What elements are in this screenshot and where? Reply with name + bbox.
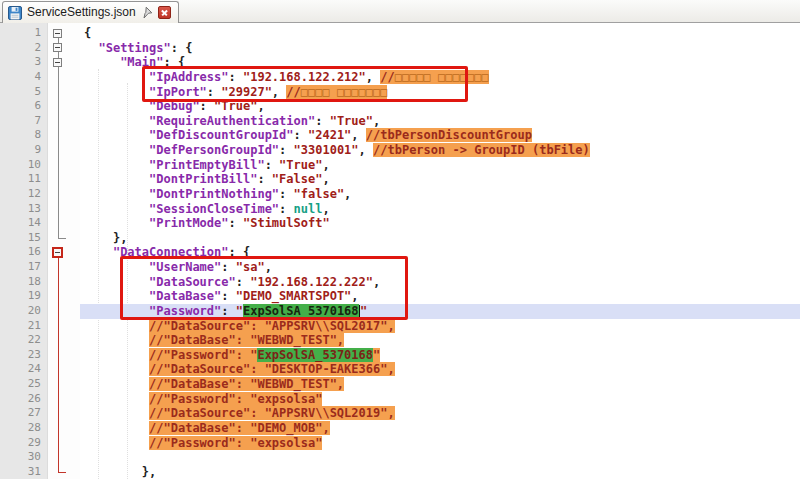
code-line[interactable]: //"DataBase": "WEBWD_TEST", — [80, 377, 800, 392]
code-token: " — [373, 348, 380, 362]
code-token: "false" — [294, 187, 345, 201]
code-token: : — [221, 260, 235, 274]
code-token: //"DataBase": "WEBWD_TEST", — [149, 377, 344, 391]
code-token: "sa" — [236, 260, 265, 274]
fold-end-marker — [58, 472, 66, 473]
fold-margin — [48, 23, 80, 479]
code-token: "DEMO_SMARTSPOT" — [236, 289, 352, 303]
code-token: //"DataBase": "WEBWD_TEST", — [149, 333, 344, 347]
code-token: //"Password": "expsolsa" — [149, 436, 322, 450]
code-line[interactable]: "Debug": "True", — [80, 99, 800, 114]
fold-collapse-icon[interactable] — [53, 29, 62, 38]
line-number: 29 — [1, 436, 41, 451]
code-token: , — [359, 143, 373, 157]
code-line[interactable]: "RequireAuthentication": "True", — [80, 114, 800, 129]
code-line[interactable] — [80, 450, 800, 465]
fold-collapse-icon[interactable] — [53, 43, 62, 52]
code-token: "True" — [279, 158, 322, 172]
code-line[interactable]: { — [80, 26, 800, 41]
code-line[interactable]: "DataBase": "DEMO_SMARTSPOT", — [80, 289, 800, 304]
code-token: , — [373, 114, 380, 128]
code-token: □□□□ □□□□□□□ — [301, 85, 388, 99]
code-line[interactable]: }, — [80, 231, 800, 246]
code-line[interactable]: }, — [80, 465, 800, 479]
code-token: //"DataSource": "APPSRV\\SQL2017", — [149, 319, 395, 333]
code-line[interactable]: //"DataBase": "WEBWD_TEST", — [80, 333, 800, 348]
code-line[interactable]: "DefPersonGroupId": "3301001", //tbPerso… — [80, 143, 800, 158]
code-token: : { — [171, 41, 193, 55]
code-line[interactable]: "Settings": { — [80, 41, 800, 56]
code-line[interactable]: "PrintEmptyBill": "True", — [80, 158, 800, 173]
code-token: , — [257, 99, 264, 113]
fold-collapse-icon[interactable] — [52, 247, 63, 258]
fold-end-marker — [58, 238, 66, 239]
fold-collapse-icon[interactable] — [53, 58, 62, 67]
code-line[interactable]: //"Password": "expsolsa" — [80, 392, 800, 407]
code-line[interactable]: //"Password": "ExpSolSA_5370168" — [80, 348, 800, 363]
code-token: "DontPrintNothing" — [149, 187, 279, 201]
code-token: "RequireAuthentication" — [149, 114, 315, 128]
code-token: //tbPersonDiscountGroup — [366, 128, 532, 142]
code-line[interactable]: "DataConnection": { — [80, 245, 800, 260]
code-token: , — [366, 70, 380, 84]
line-number: 31 — [1, 465, 41, 479]
code-line[interactable]: "DataSource": "192.168.122.222", — [80, 275, 800, 290]
editor-area[interactable]: 1234567891011121314151617181920212223242… — [0, 23, 800, 479]
code-line[interactable]: //"DataSource": "APPSRV\\SQL2017", — [80, 319, 800, 334]
line-number: 9 — [1, 143, 41, 158]
code-line[interactable]: //"Password": "expsolsa" — [80, 436, 800, 451]
line-number: 16 — [1, 245, 41, 260]
code-token: //"DataSource": "DESKTOP-EAKE366", — [149, 362, 395, 376]
line-number: 6 — [1, 99, 41, 114]
code-token: : — [279, 202, 293, 216]
line-number: 5 — [1, 85, 41, 100]
code-line[interactable]: "UserName": "sa", — [80, 260, 800, 275]
code-token: "192.168.122.222" — [250, 275, 373, 289]
code-line[interactable]: "SessionCloseTime": null, — [80, 202, 800, 217]
code-line[interactable]: //"DataBase": "DEMO_MOB", — [80, 421, 800, 436]
code-line[interactable]: //"DataSource": "DESKTOP-EAKE366", — [80, 362, 800, 377]
code-line[interactable]: //"DataSource": "APPSRV\\SQL2019", — [80, 406, 800, 421]
code-token: , — [272, 85, 286, 99]
line-number: 10 — [1, 158, 41, 173]
code-token: }, — [113, 231, 127, 245]
line-number: 3 — [1, 55, 41, 70]
tab-servicesettings[interactable]: ServiceSettings.json — [2, 1, 179, 23]
line-number: 1 — [1, 26, 41, 41]
code-token: : — [229, 70, 243, 84]
code-token: "29927" — [221, 85, 272, 99]
code-token: "StimulSoft" — [243, 216, 330, 230]
code-line[interactable]: "Password": "ExpSolSA_5370168" — [80, 304, 800, 319]
code-token: "IpAddress" — [149, 70, 228, 84]
pin-icon[interactable] — [141, 6, 153, 19]
line-number: 15 — [1, 231, 41, 246]
line-number: 22 — [1, 333, 41, 348]
line-number: 4 — [1, 70, 41, 85]
code-token: : — [279, 143, 293, 157]
code-area[interactable]: { "Settings": { "Main": { "IpAddress": "… — [80, 26, 800, 479]
code-token: "True" — [330, 114, 373, 128]
code-line[interactable]: "Main": { — [80, 55, 800, 70]
line-number: 28 — [1, 421, 41, 436]
line-number: 24 — [1, 362, 41, 377]
code-token: "DontPrintBill" — [149, 172, 257, 186]
code-token: "2421" — [308, 128, 351, 142]
code-token: " — [236, 304, 243, 318]
code-line[interactable]: "DontPrintNothing": "false", — [80, 187, 800, 202]
code-line[interactable]: "DontPrintBill": "False", — [80, 172, 800, 187]
code-token: //"DataBase": "DEMO_MOB", — [149, 421, 330, 435]
notepadpp-window: ServiceSettings.json 1234567891011121314… — [0, 0, 800, 479]
code-token: "DefDiscountGroupId" — [149, 128, 294, 142]
code-line[interactable]: "IpPort": "29927", //□□□□ □□□□□□□ — [80, 85, 800, 100]
code-token: , — [322, 172, 329, 186]
code-token: "UserName" — [149, 260, 221, 274]
code-token: "SessionCloseTime" — [149, 202, 279, 216]
code-token: ExpSolSA_5370168 — [257, 348, 373, 362]
line-number: 20 — [1, 304, 41, 319]
code-token: : — [265, 158, 279, 172]
close-icon[interactable] — [158, 6, 171, 19]
code-line[interactable]: "DefDiscountGroupId": "2421", //tbPerson… — [80, 128, 800, 143]
code-line[interactable]: "IpAddress": "192.168.122.212", //□□□□□ … — [80, 70, 800, 85]
code-token: //"Password": "expsolsa" — [149, 392, 322, 406]
code-line[interactable]: "PrintMode": "StimulSoft" — [80, 216, 800, 231]
